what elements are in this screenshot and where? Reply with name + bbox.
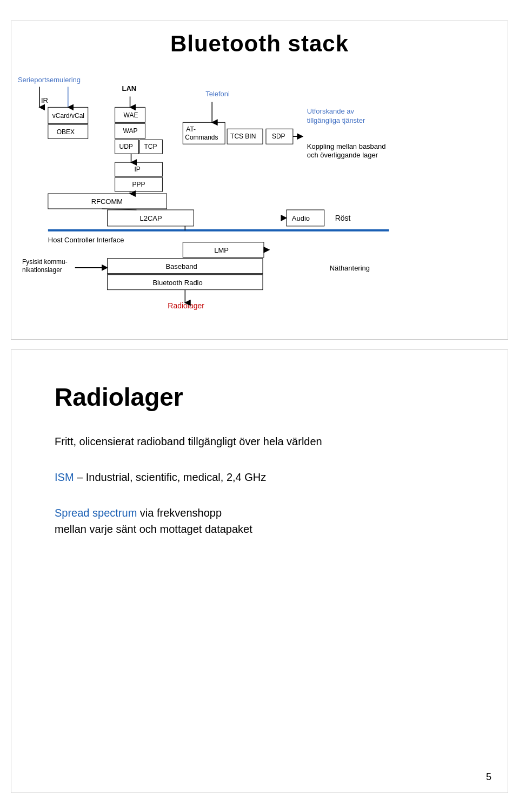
slide2-para3: Spread spectrum via frekvenshoppmellan v… (55, 505, 464, 537)
slide2-para1: Fritt, olicensierat radioband tillgängli… (55, 433, 464, 450)
label-obex: OBEX (57, 128, 75, 136)
label-ppp: PPP (132, 181, 145, 188)
label-tcs-bin: TCS BIN (230, 133, 256, 140)
label-hci: Host Controller Interface (48, 236, 124, 244)
label-rost: Röst (335, 214, 351, 222)
label-koppling-1: Koppling mellan basband (307, 142, 386, 150)
slide2-para1-text: Fritt, olicensierat radioband tillgängli… (55, 435, 322, 447)
slide2-title: Radiolager (55, 382, 508, 412)
label-wae: WAE (124, 111, 138, 119)
slide2-spread-label: Spread spectrum (55, 507, 137, 519)
label-l2cap: L2CAP (139, 214, 162, 222)
label-vcardvcal: vCard/vCal (52, 112, 84, 120)
slide1-title: Bluetooth stack (11, 31, 508, 57)
label-audio: Audio (292, 214, 310, 222)
label-koppling-2: och överliggande lager (307, 151, 378, 159)
label-utforskande-1: Utforskande av (307, 107, 355, 115)
label-ir: IR (41, 96, 48, 104)
label-wap: WAP (123, 127, 138, 135)
label-sdp: SDP (272, 133, 285, 140)
label-lan: LAN (122, 84, 137, 93)
slide2-ism-label: ISM (55, 471, 74, 483)
label-radiolager-diagram: Radiolager (168, 301, 204, 310)
slide2-para2: ISM – Industrial, scientific, medical, 2… (55, 469, 464, 485)
label-at-commands-1: AT- (186, 126, 196, 133)
diagram-area: Serieportsemulering IR LAN vCard/vCal OB… (11, 57, 508, 338)
label-ip: IP (135, 166, 141, 173)
bluetooth-stack-diagram: Serieportsemulering IR LAN vCard/vCal OB… (11, 57, 508, 338)
label-udp: UDP (119, 143, 133, 150)
label-serieportsemulering: Serieportsemulering (18, 76, 81, 84)
label-bluetooth-radio: Bluetooth Radio (152, 279, 202, 287)
label-fysiskt-2: nikationslager (22, 266, 62, 274)
label-rfcomm: RFCOMM (91, 197, 123, 206)
slide1: Bluetooth stack Serieportsemulering IR L… (11, 21, 508, 340)
label-lmp: LMP (214, 246, 229, 254)
page-number: 5 (486, 771, 491, 783)
label-fysiskt-1: Fysiskt kommu- (22, 258, 68, 266)
label-telefoni: Telefoni (205, 90, 230, 98)
label-nathantering: Näthantering (330, 264, 370, 272)
page: Bluetooth stack Serieportsemulering IR L… (0, 0, 519, 812)
slide2-ism-text: – Industrial, scientific, medical, 2,4 G… (74, 471, 267, 483)
label-utforskande-2: tillgängliga tjänster (307, 116, 365, 124)
label-tcp: TCP (144, 143, 157, 150)
slide2: Radiolager Fritt, olicensierat radioband… (11, 349, 508, 793)
label-baseband: Baseband (165, 262, 197, 270)
label-at-commands-2: Commands (185, 134, 218, 141)
slide2-body: Fritt, olicensierat radioband tillgängli… (55, 433, 464, 537)
